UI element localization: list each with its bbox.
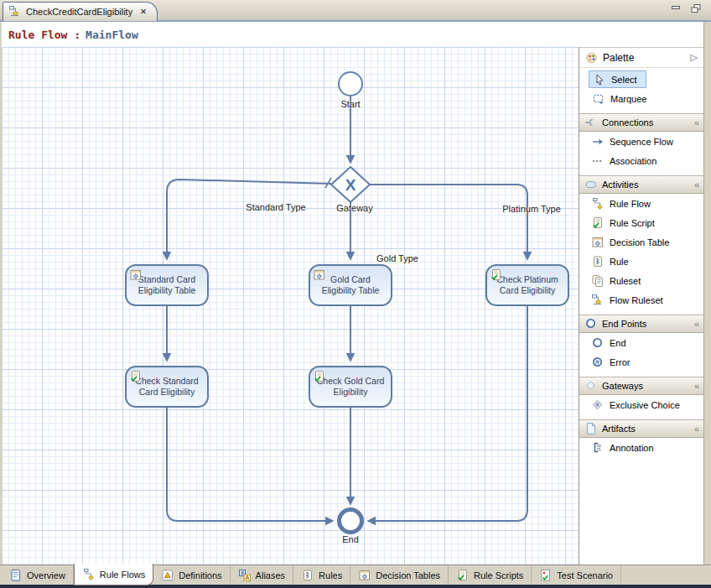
tab-label: Decision Tables [376,570,440,580]
edge-gateway-platinum[interactable] [370,185,527,259]
palette-item-ruleset[interactable]: Ruleset [579,271,703,290]
palette-item-rule-script[interactable]: Rule Script [579,213,703,232]
palette-tool-marquee[interactable]: Marquee [579,89,703,108]
aliases-icon: aA [238,569,252,582]
palette-item-rule-flow[interactable]: Rule Flow [579,194,703,213]
start-node[interactable] [339,72,362,96]
bottom-tab-bar: Overview Rule Flows Definitions aA Alias… [0,565,711,585]
palette-tool-select[interactable]: Select [589,70,646,88]
palette-item-end[interactable]: End [579,333,703,352]
palette-item-label: Annotation [610,443,654,453]
palette-item-label: Exclusive Choice [610,400,680,410]
start-label: Start [340,99,360,109]
end-label: End [342,534,359,544]
palette-item-flow-ruleset[interactable]: Flow Ruleset [579,290,703,310]
tab-rule-scripts[interactable]: Rule Scripts [449,565,532,585]
gateway-x-glyph: X [345,176,356,194]
palette-section-connections[interactable]: Connections « [579,113,703,132]
palette-tool-label: Marquee [610,94,646,104]
annotation-icon [591,441,605,455]
node-check-gold-card-eligibility[interactable]: Check Gold Card Eligibility [309,366,392,408]
tab-label: Aliases [256,570,285,580]
ruleset-icon [591,274,605,288]
palette-panel: Palette ▷ Select Marquee Connections [579,47,703,565]
tab-rule-flows[interactable]: Rule Flows [74,564,153,585]
edge-checkstandard-end[interactable] [167,408,333,521]
end-node[interactable] [340,510,362,533]
rule-flow-icon [82,568,96,581]
activities-icon [584,178,598,191]
editor-tab-title: CheckCreditCardEligibility [26,7,132,17]
tab-definitions[interactable]: Definitions [153,565,230,585]
flow-ruleset-icon [591,294,605,307]
collapse-icon[interactable]: « [694,381,698,391]
rule-flow-icon [591,197,605,211]
edge-label-standard-type[interactable]: Standard Type [246,202,305,212]
rule-script-icon [490,268,503,282]
rule-script-icon [313,370,326,383]
gateways-icon [584,379,598,393]
overview-icon [9,569,23,582]
node-check-platinum-card-eligibility[interactable]: Check Platinum Card Eligibility [485,264,569,306]
rule-script-icon [591,216,605,230]
palette-section-label: Artifacts [602,424,636,434]
edge-gateway-standard[interactable] [167,180,331,259]
decision-table-icon [313,268,326,282]
rule-icon [301,569,314,582]
palette-section-end-points[interactable]: End Points « [579,315,703,333]
rule-flow-keyword: Rule Flow : [8,29,80,41]
tab-test-scenario[interactable]: Test Scenario [532,565,621,585]
edge-checkplatinum-end[interactable] [368,306,527,521]
palette-item-label: Error [610,357,630,367]
palette-section-label: Activities [602,180,638,190]
node-standard-card-eligibility-table[interactable]: Standard Card Eligibility Table [125,264,209,306]
artifacts-icon [584,422,598,435]
palette-section-artifacts[interactable]: Artifacts « [579,419,703,438]
palette-item-label: Ruleset [610,276,641,286]
palette-flyout-icon[interactable]: ▷ [691,52,698,63]
editor-tab[interactable]: CheckCreditCardEligibility ✕ [3,2,158,21]
palette-item-label: Rule Flow [610,199,651,209]
palette-item-error[interactable]: Error [579,352,703,372]
collapse-icon[interactable]: « [694,319,698,329]
palette-item-exclusive-choice[interactable]: Exclusive Choice [579,395,703,414]
decision-table-icon [129,268,143,282]
palette-item-association[interactable]: Association [579,151,703,170]
palette-item-rule[interactable]: Rule [579,252,703,271]
tab-aliases[interactable]: aA Aliases [231,565,293,585]
palette-section-label: Connections [602,117,653,127]
palette-item-label: End [610,338,626,348]
palette-item-label: Association [610,156,657,166]
node-gold-card-eligibility-table[interactable]: Gold Card Eligibility Table [309,264,392,306]
palette-item-annotation[interactable]: Annotation [579,438,703,457]
close-tab-icon[interactable]: ✕ [140,8,147,16]
tab-overview[interactable]: Overview [2,565,74,585]
rule-flow-canvas[interactable]: X Start Gateway End Standard Type Gold T… [2,47,579,565]
palette-item-sequence-flow[interactable]: Sequence Flow [579,132,703,151]
node-check-standard-card-eligibility[interactable]: Check Standard Card Eligibility [125,366,209,408]
window-controls [670,3,703,16]
minimize-icon[interactable] [670,3,682,16]
collapse-icon[interactable]: « [694,117,698,127]
rule-icon [591,255,605,268]
tab-rules[interactable]: Rules [293,565,350,585]
rule-flow-heading: Rule Flow :MainFlow [2,22,703,47]
palette-section-activities[interactable]: Activities « [579,175,703,194]
palette-item-decision-table[interactable]: Decision Table [579,232,703,252]
tab-decision-tables[interactable]: Decision Tables [350,565,449,585]
edge-label-platinum-type[interactable]: Platinum Type [502,204,561,214]
rule-flow-name: MainFlow [86,29,138,41]
flow-connectors: X [2,47,579,565]
palette-section-gateways[interactable]: Gateways « [579,377,703,395]
collapse-icon[interactable]: « [694,180,698,190]
restore-icon[interactable] [689,3,703,16]
exclusive-choice-icon [591,398,605,412]
collapse-icon[interactable]: « [694,424,698,434]
end-icon [591,336,605,350]
edge-label-gold-type[interactable]: Gold Type [376,253,418,263]
palette-header[interactable]: Palette ▷ [579,48,703,68]
rule-flow-file-icon [8,5,22,18]
tab-label: Rules [319,570,342,580]
tab-label: Test Scenario [557,570,613,580]
editor-tab-bar: CheckCreditCardEligibility ✕ [0,0,711,22]
